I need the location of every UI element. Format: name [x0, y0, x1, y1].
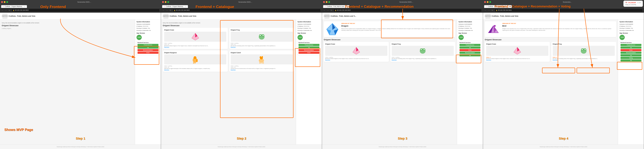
votes-2: Votes: (0): [231, 44, 293, 45]
annotation-shows-mvp: Shows MVP Page: [4, 128, 33, 132]
voting-status-4[interactable]: Up: [620, 59, 642, 62]
card-crane-img-3: [325, 46, 388, 56]
sys-info-title-4: System Information: [620, 21, 642, 22]
minimize-button-2[interactable]: [165, 1, 166, 3]
address-bar-4[interactable]: 🔒 68.183.239.184:3003: [494, 9, 643, 12]
annotation-full-stack: Frontend + Catalogue + Recommendation + …: [494, 4, 570, 8]
recommendation-btn-3[interactable]: Recommendation: [460, 52, 480, 54]
recommendation-status-4[interactable]: Up: [620, 54, 642, 56]
video-loading-3: Video: Loading...: [164, 65, 226, 67]
forward-button-2[interactable]: →: [166, 9, 168, 12]
ip-label-1: IP Address:: [136, 26, 142, 27]
refresh-button-4[interactable]: ↻: [491, 9, 494, 12]
back-button-2[interactable]: ←: [162, 9, 165, 12]
close-button-2[interactable]: [162, 1, 164, 3]
step-label-1: Step 1: [0, 137, 161, 140]
card-crane-img-4: [486, 46, 548, 56]
forward-button-4[interactable]: →: [488, 9, 490, 12]
address-bar-2[interactable]: 🔒 68.183.239.184:3003: [172, 9, 321, 12]
down-btn-3[interactable]: Down: [460, 49, 480, 51]
product-service-btn-2[interactable]: ProductService: [298, 44, 320, 46]
container-row-4: Running in Container: Yes: [620, 27, 642, 29]
product-service-btn-4[interactable]: ProductService: [620, 44, 642, 46]
browser-toolbar-4: ← → ↻ 🔒 68.183.239.184:3003: [483, 8, 644, 13]
tab-title-2: Craftista - Origami Marketp...: [166, 6, 184, 7]
hero-title-3: Dragon: [341, 25, 454, 27]
recommendation-btn-2[interactable]: Recommendation: [298, 49, 320, 51]
recommendation-btn-1[interactable]: Recommendation: [138, 49, 158, 51]
back-button-4[interactable]: ←: [484, 9, 487, 12]
active-tab-2[interactable]: ✦ Craftista - Origami Marketp... ✕: [162, 5, 188, 8]
recommendation-status-3[interactable]: Up: [460, 54, 480, 56]
maximize-button-2[interactable]: [167, 1, 169, 3]
card-crane-link-3[interactable]: Read More: [325, 59, 388, 60]
minimize-button-4[interactable]: [487, 1, 488, 3]
maximize-button-4[interactable]: [489, 1, 491, 3]
refresh-button-2[interactable]: ↻: [169, 9, 172, 12]
kubernetes-row-4: Running on Kubernetes: No: [620, 30, 642, 31]
refresh-button-3[interactable]: ↻: [330, 9, 333, 12]
maximize-button-1[interactable]: [6, 1, 8, 3]
card-crane-link-4[interactable]: Read More: [486, 59, 548, 60]
product-service-status-3[interactable]: Up: [460, 46, 480, 49]
card-frog-link-4[interactable]: Read More: [553, 59, 615, 60]
footer-3: Sample App created by School of Devops f…: [322, 145, 483, 149]
card-camel-link-2[interactable]: Read More: [231, 69, 293, 70]
product-service-status-2[interactable]: Up: [298, 46, 320, 49]
forward-button-1[interactable]: →: [4, 9, 7, 12]
recommendation-status-1[interactable]: Down: [138, 52, 158, 54]
product-service-status-4[interactable]: Up: [620, 46, 642, 49]
recommendation-status-2[interactable]: Down: [298, 52, 320, 54]
svg-rect-20: [263, 62, 264, 64]
active-tab-1[interactable]: ✦ Craftista - Origami Marketp... ✕: [1, 5, 27, 8]
card-frog-link-3[interactable]: Read More: [392, 59, 454, 60]
product-service-btn-1[interactable]: ProductService: [138, 44, 158, 46]
page-title-1: Craftista - Fold, Admire and Vote: [9, 15, 35, 17]
calendar-date-4: Today at 12:00 PM: [625, 4, 641, 5]
votes-4: Votes: (0): [231, 67, 293, 68]
back-button-3[interactable]: ←: [323, 9, 326, 12]
recommendation-btn-4[interactable]: Recommendation: [620, 52, 642, 54]
footer-2: Sample App created by School of Devops f…: [161, 145, 322, 149]
minimize-button-1[interactable]: [4, 1, 6, 3]
card-frog-title-4: Origami Frog: [553, 43, 615, 45]
card-kangaroo-link-2[interactable]: Read More: [164, 69, 226, 70]
down-btn-4[interactable]: Down: [620, 49, 642, 51]
svg-point-30: [421, 49, 422, 50]
svg-point-6: [260, 35, 261, 36]
address-bar-3[interactable]: 🔒 68.183.239.184:3003: [334, 9, 482, 12]
hostname-row-4: Hostname: bc24216a9459: [620, 23, 642, 25]
address-bar-1[interactable]: 🔒 68.183.239.184:3003: [12, 9, 160, 12]
forward-button-3[interactable]: →: [326, 9, 329, 12]
cards-grid-2: Origami Crane Video: Loading... Votes: (…: [163, 28, 294, 72]
product-service-status-1[interactable]: Up: [138, 46, 158, 49]
page-body-3: Origami of the Day Dragon Marvel at the …: [322, 19, 483, 149]
crane-svg-2: [191, 32, 200, 41]
close-button-1[interactable]: [1, 1, 3, 3]
card-crane-link-2[interactable]: Read More: [164, 47, 226, 48]
page-title-4: Craftista - Fold, Admire and Vote: [492, 15, 518, 17]
close-button-3[interactable]: [323, 1, 325, 3]
window-title-2: Screenshot 2023-...: [170, 1, 321, 3]
svg-rect-11: [193, 62, 194, 64]
lock-icon-2: 🔒: [174, 10, 176, 11]
product-service-btn-3[interactable]: ProductService: [460, 44, 480, 46]
tab-close-1[interactable]: ✕: [24, 6, 25, 7]
card-camel-title-2: Origami Camel: [231, 52, 293, 53]
maximize-button-3[interactable]: [328, 1, 330, 3]
refresh-button-1[interactable]: ↻: [8, 9, 11, 12]
close-button-4[interactable]: [484, 1, 486, 3]
voting-btn-4[interactable]: Voting: [620, 57, 642, 59]
svg-point-16: [262, 56, 263, 58]
window-title-1: Screenshot 2023-...: [9, 1, 160, 3]
hostname-label-1: Hostname:: [136, 24, 142, 25]
back-button-1[interactable]: ←: [1, 9, 4, 12]
tab-close-2[interactable]: ✕: [185, 6, 186, 7]
votes-count-crane-4: Votes: 2: [486, 57, 548, 58]
services-title-3: Backend Services: [460, 42, 480, 43]
votes-1: Votes: (0): [164, 44, 226, 45]
hostname-row-2: Hostname: bc24216a9459: [298, 23, 320, 25]
card-frog-link-2[interactable]: Read More: [231, 47, 293, 48]
minimize-button-3[interactable]: [326, 1, 328, 3]
sys-info-title-1: System Information: [136, 21, 160, 22]
